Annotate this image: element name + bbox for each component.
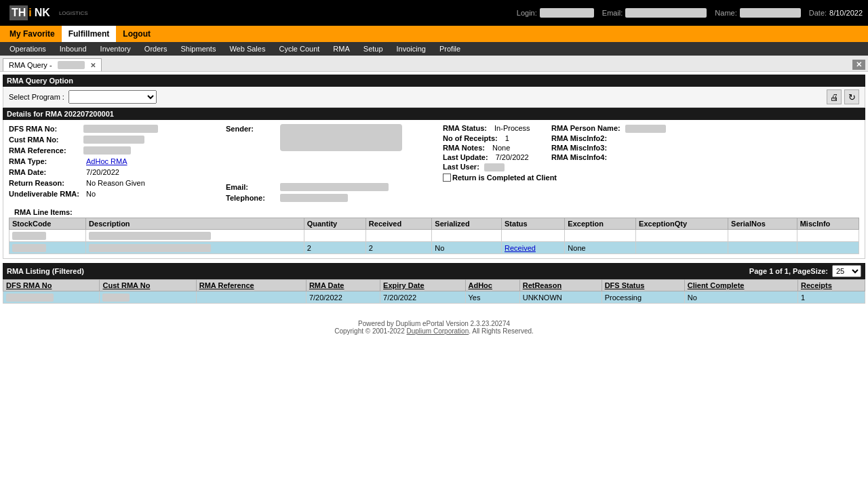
tab-close-icon[interactable]: ✕ xyxy=(90,62,96,69)
listing-title: RMA Listing (Filtered) xyxy=(7,267,84,275)
sender-row: Sender: xyxy=(226,124,443,151)
line-items-header-row: StockCode Description Quantity Received … xyxy=(9,218,859,230)
telephone-label: Telephone: xyxy=(226,193,280,203)
col-stock-code: StockCode xyxy=(9,218,86,230)
rma-type-value[interactable]: AdHoc RMA xyxy=(83,157,130,166)
nav-shipments[interactable]: Shipments xyxy=(174,42,222,56)
window-close-button[interactable]: ✕ xyxy=(852,60,865,70)
logo-subtitle: LOGISTICS xyxy=(56,10,88,16)
name-label: Name: xyxy=(715,9,736,17)
last-user-row: Last User: xyxy=(443,163,859,171)
rma-query-tab[interactable]: RMA Query - ✕ xyxy=(3,58,102,71)
rma-date-value: 7/20/2022 xyxy=(83,167,122,177)
nav-operations[interactable]: Operations xyxy=(3,42,53,56)
rma-reference-value xyxy=(83,146,131,155)
input-misc-info xyxy=(797,230,859,242)
nav-orders[interactable]: Orders xyxy=(138,42,174,56)
col-dfs-rma-no: DFS RMA No xyxy=(3,280,100,291)
nav-setup[interactable]: Setup xyxy=(357,42,390,56)
input-status xyxy=(502,230,565,242)
logo-box: TH i NK xyxy=(5,3,56,23)
col-exception: Exception xyxy=(565,218,636,230)
nav-web-sales[interactable]: Web Sales xyxy=(222,42,272,56)
cell-client-complete: No xyxy=(684,291,797,304)
select-program-group: Select Program : xyxy=(9,90,157,104)
rma-miscinfo3-label: RMA MiscInfo3: xyxy=(551,143,610,152)
cust-rma-no-label: Cust RMA No: xyxy=(9,135,83,144)
cust-rma-no-value xyxy=(83,136,144,144)
footer-link[interactable]: Duplium Corporation xyxy=(407,327,469,335)
details-body: DFS RMA No: Cust RMA No: RMA Reference: … xyxy=(3,120,865,259)
listing-header-row: DFS RMA No Cust RMA No RMA Reference RMA… xyxy=(3,280,865,291)
email-value xyxy=(625,8,707,18)
input-quantity xyxy=(304,230,366,242)
email-row: Email: xyxy=(226,182,443,192)
refresh-icon[interactable]: ↻ xyxy=(844,89,859,104)
rma-reference-label: RMA Reference: xyxy=(9,146,83,155)
nav-invoicing[interactable]: Invoicing xyxy=(390,42,433,56)
input-exception xyxy=(565,230,636,242)
cell-ret-reason: UNKNOWN xyxy=(519,291,601,304)
cell-adhoc: Yes xyxy=(465,291,519,304)
page-footer: Powered by Duplium ePortal Version 2.3.2… xyxy=(0,306,868,342)
query-option-header: RMA Query Option xyxy=(3,75,865,87)
footer-line1: Powered by Duplium ePortal Version 2.3.2… xyxy=(0,320,868,327)
return-completed-checkbox[interactable] xyxy=(443,174,451,182)
icon-buttons: 🖨 ↻ xyxy=(827,89,859,104)
table-row[interactable]: 2 2 No Received None xyxy=(9,242,859,254)
secondary-nav: Operations Inbound Inventory Orders Ship… xyxy=(0,42,868,56)
line-items-input-row xyxy=(9,230,859,242)
cell-quantity: 2 xyxy=(304,242,366,254)
telephone-row: Telephone: xyxy=(226,193,443,203)
login-label: Login: xyxy=(517,9,537,17)
rma-miscinfo2-group: RMA MiscInfo2: xyxy=(551,134,859,142)
input-stock-code xyxy=(9,230,86,242)
login-value xyxy=(540,8,594,18)
col-expiry-date: Expiry Date xyxy=(380,280,465,291)
rma-miscinfo4-group: RMA MiscInfo4: xyxy=(551,153,859,161)
rma-status-value: In-Process xyxy=(492,123,533,133)
rma-miscinfo2-label: RMA MiscInfo2: xyxy=(551,134,610,143)
page-size-select[interactable]: 25 50 100 xyxy=(832,265,861,277)
query-option-row: Select Program : 🖨 ↻ xyxy=(3,87,865,108)
dfs-rma-no-label: DFS RMA No: xyxy=(9,124,83,134)
date-field: Date: 8/10/2022 xyxy=(809,9,863,17)
last-update-row: Last Update: 7/20/2022 RMA MiscInfo4: xyxy=(443,153,859,161)
details-title: Details for RMA 202207200001 xyxy=(7,110,114,118)
nav-fulfillment[interactable]: Fulfillment xyxy=(62,26,117,42)
email-value xyxy=(280,183,389,191)
col-rma-date: RMA Date xyxy=(306,280,380,291)
details-header: Details for RMA 202207200001 xyxy=(3,108,865,120)
nav-cycle-count[interactable]: Cycle Count xyxy=(272,42,326,56)
nav-profile[interactable]: Profile xyxy=(433,42,467,56)
line-items-table: StockCode Description Quantity Received … xyxy=(9,218,859,254)
last-update-label: Last Update: xyxy=(443,152,491,162)
rma-type-row: RMA Type: AdHoc RMA xyxy=(9,157,226,166)
nav-inbound[interactable]: Inbound xyxy=(53,42,94,56)
col-client-complete: Client Complete xyxy=(684,280,797,291)
name-field: Name: xyxy=(715,8,800,18)
print-icon[interactable]: 🖨 xyxy=(827,89,842,104)
left-col: DFS RMA No: Cust RMA No: RMA Reference: … xyxy=(9,124,226,204)
top-header: TH i NK LOGISTICS Login: Email: Name: Da… xyxy=(0,0,868,26)
undeliverable-rma-value: No xyxy=(83,189,98,199)
last-update-value: 7/20/2022 xyxy=(493,152,532,162)
logo-container: TH i NK LOGISTICS xyxy=(5,3,88,23)
rma-notes-value: None xyxy=(490,143,513,152)
nav-my-favorite[interactable]: My Favorite xyxy=(3,26,62,42)
logo-th: TH xyxy=(9,5,28,20)
program-select[interactable] xyxy=(68,90,157,104)
nav-rma[interactable]: RMA xyxy=(326,42,356,56)
cell-misc-info xyxy=(797,242,859,254)
nav-inventory[interactable]: Inventory xyxy=(94,42,138,56)
email-label: Email: xyxy=(226,182,280,192)
cell-exception: None xyxy=(565,242,636,254)
cell-serial-nos xyxy=(728,242,797,254)
col-received: Received xyxy=(366,218,432,230)
col-serial-nos: SerialNos xyxy=(728,218,797,230)
rma-type-label: RMA Type: xyxy=(9,157,83,166)
col-cust-rma-no: Cust RMA No xyxy=(100,280,196,291)
input-description xyxy=(86,230,304,242)
table-row[interactable]: 7/20/2022 7/20/2022 Yes UNKNOWN Processi… xyxy=(3,291,865,304)
nav-logout[interactable]: Logout xyxy=(116,26,157,42)
